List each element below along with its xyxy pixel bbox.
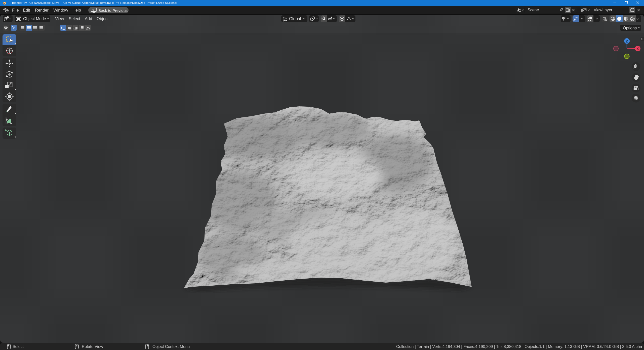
svg-text:Global: Global [289,16,301,21]
svg-text:ViewLayer: ViewLayer [594,8,613,12]
svg-text:Object Mode: Object Mode [23,17,46,21]
svg-text:Scene: Scene [528,8,539,12]
svg-text:X: X [636,47,639,51]
svg-text:Z: Z [626,39,628,43]
